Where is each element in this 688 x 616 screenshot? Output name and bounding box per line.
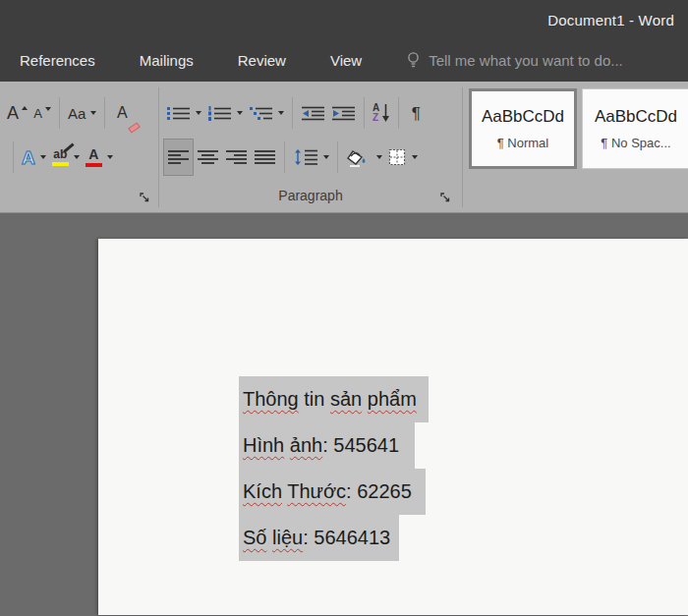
paragraph-dialog-launcher[interactable] [440,190,452,201]
tab-review[interactable]: Review [238,52,286,69]
misspelled-text: Thước [287,480,346,502]
titlebar: Document1 - Word [0,0,688,39]
line-spacing-button[interactable] [290,139,332,176]
paint-bucket-icon [346,148,372,167]
borders-button[interactable] [385,139,421,176]
styles-gallery: AaBbCcDd¶ NormalAaBbCcDd¶ No Spac... [469,88,688,169]
document-paragraph[interactable]: Hình ảnh: 545641 [239,422,415,469]
ribbon-tabs: ReferencesMailingsReviewView [20,52,406,69]
change-case-glyph: Aa [68,106,86,121]
align-left-button[interactable] [163,139,194,176]
style-card-no-spacing[interactable]: AaBbCcDd¶ No Spac... [582,88,688,169]
document-paragraph[interactable]: Số liệu: 5646413 [239,515,399,561]
document-paragraph[interactable]: Kích Thước: 62265 [239,469,426,515]
text-segment: tin [304,388,324,410]
tell-me-label: Tell me what you want to do... [429,52,623,69]
shrink-arrow-icon [45,107,51,111]
sort-az-icon: A Z [373,103,379,123]
eraser-icon [129,122,141,133]
chevron-down-icon [90,111,96,115]
separator [284,141,285,173]
style-name: ¶ No Spac... [601,136,670,150]
grow-arrow-icon [22,106,28,110]
increase-indent-button[interactable] [328,94,359,132]
tab-mailings[interactable]: Mailings [140,52,194,69]
tab-view[interactable]: View [330,52,362,69]
chevron-down-icon [376,155,382,159]
separator [398,97,399,129]
decrease-indent-icon [301,105,325,122]
line-spacing-icon [293,148,318,166]
justify-button[interactable] [251,139,279,176]
separator [13,141,14,173]
font-dialog-launcher[interactable] [140,190,151,201]
style-preview-text: AaBbCcDd [482,107,564,127]
text-effects-glyph: A [22,148,35,167]
font-color-glyph: A [88,147,98,161]
text-effects-button[interactable]: A [19,139,49,176]
sort-button[interactable]: A Z [370,94,393,132]
separator [59,97,60,129]
separator [104,97,105,129]
misspelled-text: ảnh [290,434,322,456]
bullets-button[interactable] [163,94,204,132]
chevron-down-icon [412,155,418,159]
style-preview-text: AaBbCcDd [595,107,677,127]
pilcrow-icon: ¶ [412,105,421,122]
numbered-list-icon [207,105,232,122]
chevron-down-icon [196,111,201,115]
paragraph-group-row1: A Z ¶ [163,93,428,133]
ribbon-tab-bar: ReferencesMailingsReviewView Tell me wha… [0,39,688,82]
borders-icon [388,148,407,166]
chevron-down-icon [278,111,284,115]
tell-me-box[interactable]: Tell me what you want to do... [406,51,623,70]
multilevel-list-icon [249,105,273,122]
change-case-button[interactable]: Aa [65,94,99,132]
yellow-highlight-bar [52,162,69,166]
numbering-button[interactable] [204,94,246,132]
misspelled-text: Kích [243,480,282,502]
show-hide-formatting-button[interactable]: ¶ [404,94,428,132]
multilevel-list-button[interactable] [246,94,287,132]
clear-formatting-button[interactable]: A [110,94,134,132]
shrink-font-button[interactable]: A [30,94,54,132]
grow-font-button[interactable]: A [4,94,30,132]
text-highlight-color-button[interactable]: ab [49,139,83,176]
align-right-icon [225,149,248,165]
text-segment: : 545641 [322,434,399,456]
clear-formatting-glyph: A [117,105,128,121]
paragraph-group-row2 [163,138,421,177]
chevron-down-icon [323,155,329,159]
chevron-down-icon [237,111,243,115]
align-right-button[interactable] [222,139,251,176]
chevron-down-icon [40,155,46,159]
font-group-row1: A A Aa A [4,93,134,133]
ribbon: A A Aa A A [0,82,688,213]
style-card-normal[interactable]: AaBbCcDd¶ Normal [469,88,577,169]
grow-font-glyph: A [7,104,19,122]
align-left-icon [167,149,190,165]
misspelled-text: sản [330,388,362,410]
shading-button[interactable] [343,139,385,176]
misspelled-text: Thông [243,388,299,410]
separator [364,97,365,129]
document-area: Thông tin sản phẩmHình ảnh: 545641Kích T… [0,213,688,615]
misspelled-text: phẩm [368,388,417,410]
style-name: ¶ Normal [497,136,549,150]
bullet-list-icon [166,105,191,122]
separator [292,97,293,129]
document-page[interactable]: Thông tin sản phẩmHình ảnh: 545641Kích T… [98,239,688,615]
align-center-button[interactable] [194,139,222,176]
misspelled-text: liệu [272,527,303,548]
lightbulb-icon [406,51,421,70]
window-title: Document1 - Word [547,12,674,28]
shrink-font-glyph: A [33,107,42,120]
misspelled-text: Hình [243,434,284,456]
tab-references[interactable]: References [20,52,95,69]
justify-icon [254,149,276,165]
document-paragraph[interactable]: Thông tin sản phẩm [239,376,429,422]
decrease-indent-button[interactable] [298,94,328,132]
selected-text-block: Thông tin sản phẩmHình ảnh: 545641Kích T… [239,376,429,561]
font-color-button[interactable]: A [83,139,116,176]
chevron-down-icon [74,155,80,159]
